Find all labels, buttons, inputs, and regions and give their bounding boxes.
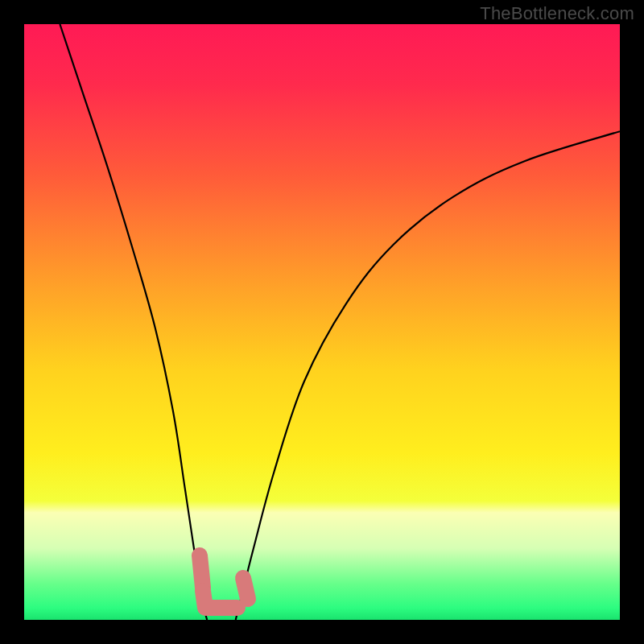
min-marker-floor xyxy=(203,591,237,608)
chart-frame: TheBottleneck.com xyxy=(0,0,644,644)
min-marker-right xyxy=(243,578,248,599)
curves-layer xyxy=(24,24,620,620)
left-curve xyxy=(60,24,207,620)
right-curve xyxy=(236,131,620,620)
min-marker-left xyxy=(200,555,203,588)
plot-area xyxy=(24,24,620,620)
watermark-text: TheBottleneck.com xyxy=(480,3,634,24)
